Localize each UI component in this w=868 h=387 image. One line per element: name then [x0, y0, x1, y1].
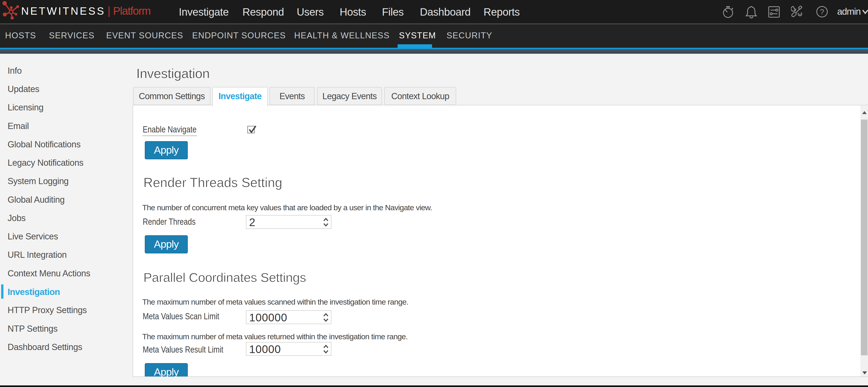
svg-text:?: ?: [820, 7, 824, 16]
